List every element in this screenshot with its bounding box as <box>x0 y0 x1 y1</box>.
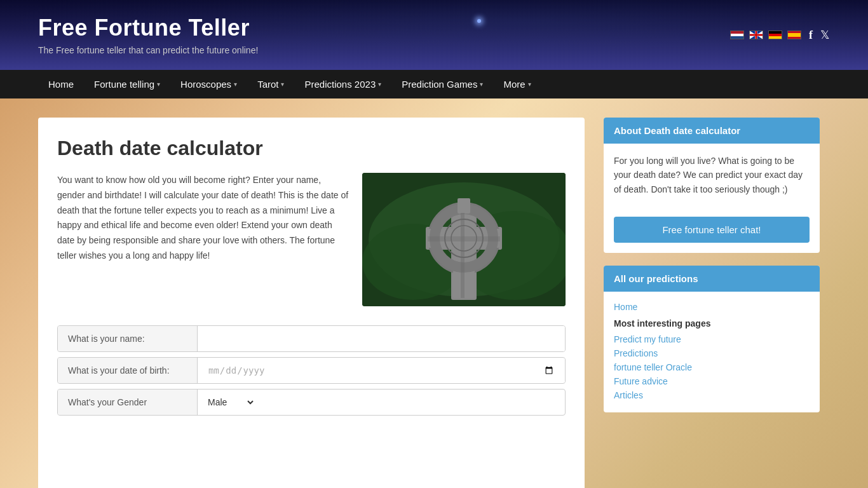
name-field-group: What is your name: <box>57 325 566 352</box>
chevron-down-icon: ▾ <box>378 81 381 88</box>
page-background: Death date calculator You want to know h… <box>0 98 868 488</box>
dob-label: What is your date of birth: <box>58 358 198 383</box>
dob-input[interactable] <box>198 358 565 383</box>
about-card: About Death date calculator For you long… <box>604 118 820 253</box>
site-header: Free Fortune Teller The Free fortune tel… <box>0 0 868 70</box>
predictions-card: All our predictions Home Most interestin… <box>604 266 820 412</box>
site-subtitle: The Free fortune teller that can predict… <box>38 45 258 55</box>
nav-item-more[interactable]: More▾ <box>493 70 541 98</box>
dob-field-group: What is your date of birth: <box>57 357 566 384</box>
celtic-cross-image <box>362 173 566 306</box>
page-title: Death date calculator <box>57 137 566 160</box>
sidebar: About Death date calculator For you long… <box>604 118 820 488</box>
sidebar-link-future-advice[interactable]: Future advice <box>614 374 810 388</box>
chat-button[interactable]: Free fortune teller chat! <box>614 217 810 243</box>
gender-field-group: What's your Gender Male Female Other <box>57 389 566 416</box>
nav-item-home[interactable]: Home <box>38 70 84 98</box>
predictions-card-body: Home Most interesting pages Predict my f… <box>604 292 820 412</box>
gender-label: What's your Gender <box>58 390 198 415</box>
twitter-link[interactable]: 𝕏 <box>820 28 830 42</box>
nav-item-prediction-games[interactable]: Prediction Games▾ <box>391 70 493 98</box>
site-title: Free Fortune Teller <box>38 15 258 41</box>
about-card-text: For you long will you live? What is goin… <box>614 154 810 196</box>
sidebar-section-title: Most interesting pages <box>614 318 810 329</box>
flag-uk[interactable] <box>749 30 763 39</box>
nav-item-horoscopes[interactable]: Horoscopes▾ <box>170 70 247 98</box>
main-navigation: Home Fortune telling▾ Horoscopes▾ Tarot▾… <box>0 70 868 98</box>
name-label: What is your name: <box>58 326 198 351</box>
gender-select[interactable]: Male Female Other <box>198 390 255 414</box>
main-content: Death date calculator You want to know h… <box>38 118 585 488</box>
star-decoration <box>477 19 481 23</box>
svg-rect-8 <box>750 34 763 36</box>
flag-de[interactable] <box>768 30 782 39</box>
header-branding: Free Fortune Teller The Free fortune tel… <box>38 15 258 55</box>
name-input[interactable] <box>198 326 565 351</box>
chevron-down-icon: ▾ <box>157 81 160 88</box>
chevron-down-icon: ▾ <box>480 81 483 88</box>
facebook-link[interactable]: f <box>809 29 813 42</box>
header-utilities: f 𝕏 <box>730 28 830 42</box>
svg-rect-23 <box>461 213 465 298</box>
svg-rect-22 <box>458 198 470 214</box>
chevron-down-icon: ▾ <box>528 81 531 88</box>
svg-rect-24 <box>428 236 500 241</box>
sidebar-link-oracle[interactable]: fortune teller Oracle <box>614 360 810 374</box>
chevron-down-icon: ▾ <box>234 81 237 88</box>
sidebar-link-predictions[interactable]: Predictions <box>614 346 810 360</box>
calculator-form: What is your name: What is your date of … <box>57 325 566 416</box>
nav-item-tarot[interactable]: Tarot▾ <box>247 70 294 98</box>
chevron-down-icon: ▾ <box>281 81 284 88</box>
nav-item-fortune-telling[interactable]: Fortune telling▾ <box>84 70 170 98</box>
predictions-card-header: All our predictions <box>604 266 820 292</box>
about-card-header: About Death date calculator <box>604 118 820 144</box>
nav-item-predictions-2023[interactable]: Predictions 2023▾ <box>294 70 391 98</box>
flag-nl[interactable] <box>730 30 744 39</box>
body-text: You want to know how old you will become… <box>57 173 349 306</box>
sidebar-link-articles[interactable]: Articles <box>614 388 810 402</box>
flag-es[interactable] <box>787 30 801 39</box>
about-card-body: For you long will you live? What is goin… <box>604 144 820 207</box>
sidebar-link-predict-future[interactable]: Predict my future <box>614 332 810 346</box>
sidebar-home-link[interactable]: Home <box>614 302 810 312</box>
content-body: You want to know how old you will become… <box>57 173 566 306</box>
